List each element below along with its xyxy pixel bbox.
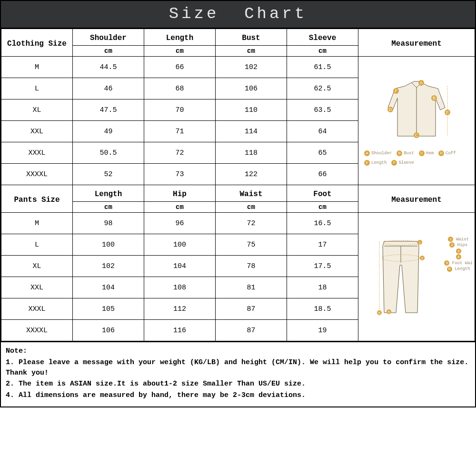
cell: 18.5 bbox=[287, 298, 358, 320]
size-label: XXL bbox=[1, 277, 73, 298]
cell: 47.5 bbox=[73, 99, 144, 121]
notes-heading: Note: bbox=[6, 346, 470, 357]
size-label: M bbox=[1, 57, 73, 78]
table-row: M 98 96 72 16.5 bbox=[1, 213, 475, 234]
svg-text:6: 6 bbox=[378, 311, 381, 315]
clothing-table: Clothing Size Shoulder Length Bust Sleev… bbox=[1, 29, 475, 341]
cell: 87 bbox=[216, 298, 287, 320]
cell: 61.5 bbox=[287, 57, 358, 78]
cell: 106 bbox=[216, 78, 287, 99]
size-chart-container: Size Chart Clothing Size Shoulder Length… bbox=[0, 0, 476, 407]
unit-length: cm bbox=[144, 46, 216, 57]
cell: 19 bbox=[287, 320, 358, 341]
cell: 100 bbox=[144, 234, 216, 256]
cell: 78 bbox=[216, 256, 287, 277]
svg-text:F: F bbox=[395, 89, 397, 93]
size-label: XXXL bbox=[1, 142, 73, 164]
cell: 62.5 bbox=[287, 78, 358, 99]
cell: 102 bbox=[73, 256, 144, 277]
size-label: XL bbox=[1, 99, 73, 121]
note-line: 4. All dimensions are measured by hand, … bbox=[6, 390, 470, 401]
cell: 75 bbox=[216, 234, 287, 256]
cell: 64 bbox=[287, 121, 358, 142]
cell: 108 bbox=[144, 277, 216, 298]
size-label: XXL bbox=[1, 121, 73, 142]
cell: 17 bbox=[287, 234, 358, 256]
cell: 98 bbox=[73, 213, 144, 234]
cell: 70 bbox=[144, 99, 216, 121]
svg-text:C: C bbox=[415, 133, 418, 138]
pants-icon: 1 2 5 6 bbox=[372, 237, 429, 317]
pants-legend: 1 Waist 2 Hips 3 4 5 Foot Wai 6 Length bbox=[444, 237, 473, 273]
cell: 100 bbox=[73, 234, 144, 256]
pants-meas-header: Measurement bbox=[358, 185, 475, 213]
unit-hip: cm bbox=[144, 202, 216, 213]
cell: 110 bbox=[216, 99, 287, 121]
unit-shoulder: cm bbox=[73, 46, 144, 57]
cell: 17.5 bbox=[287, 256, 358, 277]
cell: 118 bbox=[216, 142, 287, 164]
cell: 63.5 bbox=[287, 99, 358, 121]
cell: 106 bbox=[73, 320, 144, 341]
size-label: L bbox=[1, 234, 73, 256]
cell: 87 bbox=[216, 320, 287, 341]
note-line: 2. The item is ASIAN size.It is about1-2… bbox=[6, 379, 470, 389]
cell: 112 bbox=[144, 298, 216, 320]
cell: 81 bbox=[216, 277, 287, 298]
cell: 96 bbox=[144, 213, 216, 234]
svg-text:1: 1 bbox=[419, 240, 421, 245]
cell: 72 bbox=[216, 213, 287, 234]
svg-text:D: D bbox=[389, 107, 392, 112]
shirt-icon: A B C D E F bbox=[376, 79, 457, 146]
col-shoulder: Shoulder bbox=[73, 29, 144, 46]
cell: 71 bbox=[144, 121, 216, 142]
unit-p-length: cm bbox=[73, 202, 144, 213]
clothing-size-header: Clothing Size bbox=[1, 29, 73, 57]
col-p-length: Length bbox=[73, 185, 144, 202]
shirt-legend: AShoulder BBust CHem DCuff ELength FSlee… bbox=[360, 149, 473, 166]
cell: 18 bbox=[287, 277, 358, 298]
unit-bust: cm bbox=[216, 46, 287, 57]
cell: 66 bbox=[287, 164, 358, 185]
chart-title: Size Chart bbox=[169, 5, 307, 23]
cell: 104 bbox=[144, 256, 216, 277]
title-bar: Size Chart bbox=[1, 1, 475, 29]
cell: 16.5 bbox=[287, 213, 358, 234]
col-sleeve: Sleeve bbox=[287, 29, 358, 46]
cell: 72 bbox=[144, 142, 216, 164]
cell: 104 bbox=[73, 277, 144, 298]
cell: 68 bbox=[144, 78, 216, 99]
unit-sleeve: cm bbox=[287, 46, 358, 57]
clothing-meas-header: Measurement bbox=[358, 29, 475, 57]
cell: 116 bbox=[144, 320, 216, 341]
cell: 49 bbox=[73, 121, 144, 142]
cell: 73 bbox=[144, 164, 216, 185]
shirt-measurement-diagram: A B C D E F AShoulder BBust bbox=[358, 57, 475, 185]
cell: 65 bbox=[287, 142, 358, 164]
size-label: XXXXL bbox=[1, 164, 73, 185]
cell: 52 bbox=[73, 164, 144, 185]
col-length: Length bbox=[144, 29, 216, 46]
col-bust: Bust bbox=[216, 29, 287, 46]
cell: 102 bbox=[216, 57, 287, 78]
size-label: L bbox=[1, 78, 73, 99]
cell: 114 bbox=[216, 121, 287, 142]
cell: 122 bbox=[216, 164, 287, 185]
cell: 66 bbox=[144, 57, 216, 78]
col-hip: Hip bbox=[144, 185, 216, 202]
cell: 50.5 bbox=[73, 142, 144, 164]
unit-foot: cm bbox=[287, 202, 358, 213]
svg-text:B: B bbox=[433, 96, 436, 100]
size-label: XXXL bbox=[1, 298, 73, 320]
size-label: XXXXL bbox=[1, 320, 73, 341]
svg-text:2: 2 bbox=[421, 256, 424, 260]
table-row: M 44.5 66 102 61.5 A B bbox=[1, 57, 475, 78]
notes-section: Note: 1. Please leave a message with you… bbox=[1, 341, 475, 406]
col-waist: Waist bbox=[216, 185, 287, 202]
unit-waist: cm bbox=[216, 202, 287, 213]
cell: 105 bbox=[73, 298, 144, 320]
svg-text:E: E bbox=[446, 110, 449, 115]
col-foot: Foot bbox=[287, 185, 358, 202]
pants-measurement-diagram: 1 2 5 6 1 Waist 2 Hips 3 4 5 Foot Wai 6 … bbox=[358, 213, 475, 341]
size-label: M bbox=[1, 213, 73, 234]
